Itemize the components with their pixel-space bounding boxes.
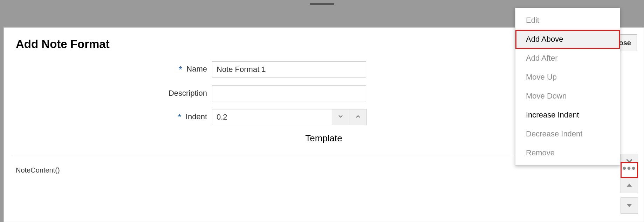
- indent-increment-button[interactable]: [349, 109, 367, 125]
- indent-input[interactable]: [212, 109, 332, 125]
- description-input[interactable]: [212, 85, 366, 101]
- context-menu: Edit Add Above Add After Move Up Move Do…: [515, 8, 620, 166]
- description-label: Description: [16, 89, 212, 98]
- indent-label: * Indent: [16, 112, 212, 123]
- chevron-up-icon: [355, 113, 361, 121]
- required-marker-icon: *: [179, 64, 182, 75]
- menu-item-move-up[interactable]: Move Up: [515, 68, 620, 87]
- menu-item-decrease-indent[interactable]: Decrease Indent: [515, 125, 620, 143]
- name-label: * Name: [16, 64, 212, 75]
- triangle-down-icon: [626, 203, 632, 208]
- dialog-drag-handle[interactable]: [310, 3, 334, 5]
- indent-spinner: [212, 109, 367, 125]
- description-label-text: Description: [169, 89, 207, 97]
- template-row-text: NoteContent(): [16, 166, 60, 174]
- menu-item-move-down[interactable]: Move Down: [515, 87, 620, 106]
- required-marker-icon: *: [178, 112, 181, 122]
- menu-item-add-above[interactable]: Add Above: [515, 30, 620, 49]
- indent-decrement-button[interactable]: [332, 109, 349, 125]
- name-label-text: Name: [186, 65, 207, 73]
- menu-item-edit[interactable]: Edit: [515, 11, 620, 30]
- name-input[interactable]: [212, 61, 366, 78]
- menu-item-remove[interactable]: Remove: [515, 143, 620, 162]
- move-down-button[interactable]: [621, 197, 638, 214]
- chevron-down-icon: [337, 113, 344, 121]
- menu-item-add-after[interactable]: Add After: [515, 49, 620, 68]
- row-actions: •••: [621, 162, 638, 178]
- menu-item-increase-indent[interactable]: Increase Indent: [515, 106, 620, 125]
- indent-label-text: Indent: [186, 112, 207, 121]
- row-more-button[interactable]: •••: [621, 162, 638, 178]
